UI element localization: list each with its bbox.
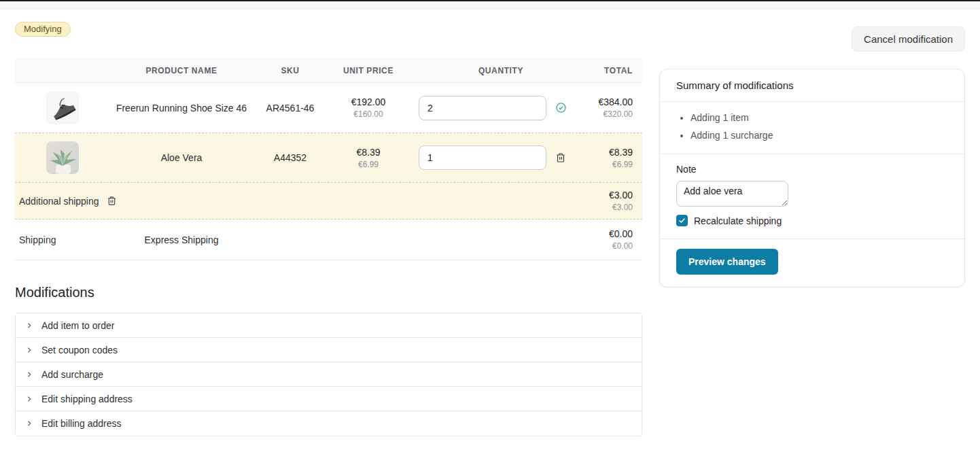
summary-item: Adding 1 item xyxy=(690,109,948,126)
order-modification-page: Modifying Cancel modification PRODUCT NA… xyxy=(0,21,980,436)
shipping-row: Shipping Express Shipping €0.00 €0.00 xyxy=(15,220,642,260)
accordion-add-surcharge[interactable]: Add surcharge xyxy=(16,362,642,387)
chevron-right-icon xyxy=(25,419,33,428)
shipping-label: Shipping xyxy=(15,234,110,245)
total-price: €8.39 xyxy=(593,147,633,158)
accordion-edit-shipping-address[interactable]: Edit shipping address xyxy=(16,387,642,411)
shipping-total: €0.00 xyxy=(593,228,633,239)
accordion-label: Edit shipping address xyxy=(41,394,133,404)
summary-list-section: Adding 1 item Adding 1 surcharge xyxy=(660,102,964,154)
page-status-row: Modifying Cancel modification xyxy=(15,21,965,47)
note-section: Note Add aloe vera Recalculate shipping xyxy=(660,154,964,239)
accordion-label: Edit billing address xyxy=(41,418,122,429)
total-cell: €384.00 €320.00 xyxy=(593,97,642,119)
accordion-label: Add surcharge xyxy=(41,369,103,380)
quantity-cell xyxy=(409,145,593,170)
header-quantity: QUANTITY xyxy=(409,66,593,75)
aloe-product-image xyxy=(46,141,79,174)
quantity-input[interactable] xyxy=(419,145,546,170)
chevron-right-icon xyxy=(25,370,33,379)
summary-list: Adding 1 item Adding 1 surcharge xyxy=(676,109,948,144)
header-total: TOTAL xyxy=(593,66,642,75)
accordion-set-coupon-codes[interactable]: Set coupon codes xyxy=(16,338,642,362)
preview-changes-button[interactable]: Preview changes xyxy=(676,249,778,275)
cancel-modification-button[interactable]: Cancel modification xyxy=(852,27,965,52)
unit-price-cell: €192.00 €160.00 xyxy=(328,97,409,119)
surcharge-label-cell: Additional shipping xyxy=(15,196,593,207)
remove-surcharge-trash-icon[interactable] xyxy=(107,196,117,206)
chevron-right-icon xyxy=(25,322,33,330)
shipping-method: Express Shipping xyxy=(110,234,253,245)
header-product-name: PRODUCT NAME xyxy=(110,66,253,75)
product-image-cell xyxy=(15,92,110,124)
product-sku: AR4561-46 xyxy=(253,103,328,114)
header-unit-price: UNIT PRICE xyxy=(328,66,409,75)
top-strip xyxy=(0,1,980,10)
summary-of-modifications-card: Summary of modifications Adding 1 item A… xyxy=(659,69,965,288)
total-cell: €3.00 €3.00 xyxy=(593,190,642,212)
order-items-table: PRODUCT NAME SKU UNIT PRICE QUANTITY TOT… xyxy=(15,58,642,260)
accordion-label: Set coupon codes xyxy=(41,345,118,355)
status-badge: Modifying xyxy=(15,22,71,37)
unit-price-old: €6.99 xyxy=(328,160,409,169)
accordion-add-item-to-order[interactable]: Add item to order xyxy=(16,313,642,338)
total-price-old: €6.99 xyxy=(593,160,633,169)
recalculate-shipping-checkbox[interactable] xyxy=(676,215,688,226)
unit-price: €8.39 xyxy=(328,147,409,158)
recalculate-shipping-label: Recalculate shipping xyxy=(694,215,782,226)
shoe-product-image xyxy=(46,92,79,124)
total-cell: €8.39 €6.99 xyxy=(593,147,642,169)
note-textarea[interactable]: Add aloe vera xyxy=(676,181,788,207)
table-row-added-item: Aloe Vera A44352 €8.39 €6.99 €8.39 €6.99 xyxy=(15,133,642,182)
surcharge-total: €3.00 xyxy=(593,190,633,201)
header-sku: SKU xyxy=(253,66,328,75)
product-name: Aloe Vera xyxy=(110,152,253,163)
unit-price-old: €160.00 xyxy=(328,109,409,119)
table-row: Freerun Running Shoe Size 46 AR4561-46 €… xyxy=(15,83,642,133)
accordion-label: Add item to order xyxy=(41,320,114,331)
quantity-input[interactable] xyxy=(419,96,546,120)
shipping-total-old: €0.00 xyxy=(593,241,633,251)
surcharge-row: Additional shipping €3.00 €3.00 xyxy=(15,182,642,220)
accordion-edit-billing-address[interactable]: Edit billing address xyxy=(16,411,642,436)
total-cell: €0.00 €0.00 xyxy=(593,228,642,251)
total-price: €384.00 xyxy=(593,97,633,107)
recalculate-shipping-row: Recalculate shipping xyxy=(676,215,948,226)
product-image-cell xyxy=(15,141,110,174)
surcharge-total-old: €3.00 xyxy=(593,203,633,212)
note-label: Note xyxy=(676,164,948,175)
quantity-cell xyxy=(409,96,593,120)
unit-price: €192.00 xyxy=(328,97,409,107)
product-sku: A44352 xyxy=(253,152,328,163)
chevron-right-icon xyxy=(25,395,33,403)
total-price-old: €320.00 xyxy=(593,109,633,119)
chevron-right-icon xyxy=(25,346,33,354)
surcharge-label: Additional shipping xyxy=(19,196,99,207)
change-applied-check-icon xyxy=(555,102,567,114)
product-name: Freerun Running Shoe Size 46 xyxy=(110,103,253,114)
unit-price-cell: €8.39 €6.99 xyxy=(328,147,409,169)
remove-item-trash-icon[interactable] xyxy=(555,152,566,163)
summary-title: Summary of modifications xyxy=(660,69,964,102)
modifications-accordion: Add item to order Set coupon codes Add s… xyxy=(15,313,642,436)
table-header-row: PRODUCT NAME SKU UNIT PRICE QUANTITY TOT… xyxy=(15,58,642,83)
summary-footer: Preview changes xyxy=(660,239,964,287)
summary-item: Adding 1 surcharge xyxy=(690,126,948,144)
